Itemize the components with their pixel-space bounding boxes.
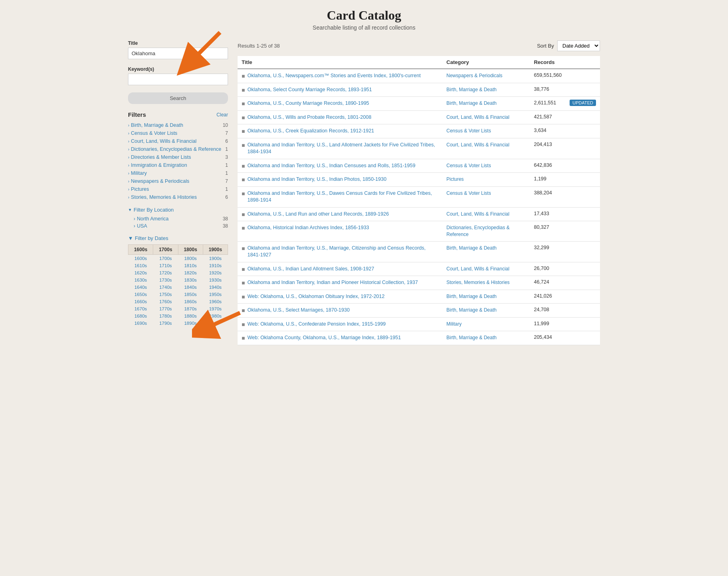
date-cell[interactable]: 1880s (178, 312, 203, 320)
record-link[interactable]: Oklahoma and Indian Territory, Indian an… (247, 279, 418, 286)
date-cell[interactable]: 1940s (203, 284, 228, 291)
date-cell[interactable]: 1640s (128, 284, 153, 291)
filter-item[interactable]: ›Census & Voter Lists7 (128, 129, 228, 137)
table-row: ■Oklahoma, U.S., County Marriage Records… (238, 97, 600, 111)
location-item[interactable]: ›North America38 (128, 215, 228, 222)
table-row: ■Oklahoma and Indian Territory, U.S., Ma… (238, 241, 600, 262)
date-cell[interactable]: 1620s (128, 269, 153, 276)
document-icon: ■ (242, 128, 245, 134)
date-cell[interactable]: 1610s (128, 262, 153, 269)
record-link[interactable]: Oklahoma and Indian Territory, U.S., Ind… (247, 176, 386, 183)
records-number: 38,776 (534, 86, 549, 92)
date-cell[interactable]: 1850s (178, 291, 203, 298)
date-cell[interactable]: 1840s (178, 284, 203, 291)
category-cell: Dictionaries, Encyclopedias & Reference (442, 221, 530, 242)
date-cell[interactable]: 1650s (128, 291, 153, 298)
date-cell[interactable]: 1790s (153, 320, 178, 327)
record-link[interactable]: Web: Oklahoma, U.S., Oklahoman Obituary … (247, 293, 384, 300)
category-text: Stories, Memories & Histories (446, 280, 510, 285)
date-cell[interactable]: 1900s (203, 255, 228, 262)
keywords-input[interactable] (128, 74, 228, 85)
table-row: ■Oklahoma, Historical Indian Archives In… (238, 221, 600, 242)
record-link[interactable]: Oklahoma, Select County Marriage Records… (247, 86, 372, 94)
document-icon: ■ (242, 225, 245, 231)
chevron-right-icon: › (134, 223, 135, 229)
document-icon: ■ (242, 321, 245, 328)
category-text: Census & Voter Lists (446, 163, 491, 168)
document-icon: ■ (242, 73, 245, 79)
record-link[interactable]: Oklahoma, U.S., Creek Equalization Recor… (247, 128, 374, 135)
filter-item[interactable]: ›Military1 (128, 169, 228, 177)
keywords-label: Keyword(s) (128, 66, 228, 72)
date-cell[interactable]: 1710s (153, 262, 178, 269)
filter-item[interactable]: ›Dictionaries, Encyclopedias & Reference… (128, 145, 228, 153)
date-cell[interactable]: 1970s (203, 305, 228, 312)
record-link[interactable]: Oklahoma and Indian Territory, U.S., Mar… (247, 245, 438, 259)
filter-item[interactable]: ›Newspapers & Periodicals7 (128, 177, 228, 185)
document-icon: ■ (242, 100, 245, 107)
date-cell[interactable]: 1600s (128, 255, 153, 262)
location-item[interactable]: ›USA38 (128, 222, 228, 230)
record-link[interactable]: Oklahoma, U.S., Select Marriages, 1870-1… (247, 307, 350, 314)
record-link[interactable]: Oklahoma, Historical Indian Archives Ind… (247, 224, 369, 232)
filter-location-section: ▼ Filter By Location ›North America38›US… (128, 207, 228, 230)
date-cell[interactable]: 1750s (153, 291, 178, 298)
date-cell[interactable]: 1770s (153, 305, 178, 312)
date-cell[interactable]: 1690s (128, 320, 153, 327)
date-cell[interactable]: 1740s (153, 284, 178, 291)
record-link[interactable]: Oklahoma, U.S., Wills and Probate Record… (247, 114, 371, 121)
record-link[interactable]: Oklahoma and Indian Territory, U.S., Lan… (247, 142, 438, 156)
date-cell[interactable]: 1980s (203, 312, 228, 320)
badge-cell (566, 110, 600, 124)
filter-item[interactable]: ›Directories & Member Lists3 (128, 153, 228, 161)
filter-item[interactable]: ›Pictures1 (128, 185, 228, 193)
table-row: ■Oklahoma and Indian Territory, U.S., In… (238, 173, 600, 187)
record-link[interactable]: Web: Oklahoma County, Oklahoma, U.S., Ma… (247, 334, 401, 342)
record-link[interactable]: Oklahoma, U.S., County Marriage Records,… (247, 100, 369, 107)
sort-select[interactable]: Date AddedTitleRecords (557, 40, 600, 51)
date-cell[interactable]: 1720s (153, 269, 178, 276)
record-link[interactable]: Oklahoma and Indian Territory, U.S., Ind… (247, 162, 415, 170)
search-button[interactable]: Search (128, 92, 228, 104)
date-cell[interactable]: 1680s (128, 312, 153, 320)
date-cell[interactable]: 1930s (203, 276, 228, 284)
date-cell[interactable]: 1800s (178, 255, 203, 262)
record-link[interactable]: Web: Oklahoma, U.S., Confederate Pension… (247, 321, 386, 328)
date-cell[interactable]: 1760s (153, 298, 178, 305)
title-input[interactable] (128, 48, 228, 59)
filter-item[interactable]: ›Birth, Marriage & Death10 (128, 121, 228, 129)
date-cell[interactable]: 1810s (178, 262, 203, 269)
clear-filters-link[interactable]: Clear (216, 112, 228, 118)
filter-dates-header[interactable]: ▼ Filter by Dates (128, 235, 228, 241)
filter-item[interactable]: ›Court, Land, Wills & Financial6 (128, 137, 228, 145)
filter-item[interactable]: ›Immigration & Emigration1 (128, 161, 228, 169)
date-cell[interactable]: 1910s (203, 262, 228, 269)
badge-cell (566, 276, 600, 290)
category-text: Birth, Marriage & Death (446, 294, 496, 299)
filter-location-header[interactable]: ▼ Filter By Location (128, 207, 228, 213)
record-link[interactable]: Oklahoma and Indian Territory, U.S., Daw… (247, 190, 438, 204)
date-cell[interactable]: 1860s (178, 298, 203, 305)
date-cell[interactable]: 1820s (178, 269, 203, 276)
date-cell[interactable]: 1670s (128, 305, 153, 312)
category-cell: Newspapers & Periodicals (442, 69, 530, 83)
record-link[interactable]: Oklahoma, U.S., Indian Land Allotment Sa… (247, 266, 374, 273)
record-link[interactable]: Oklahoma, U.S., Land Run and other Land … (247, 211, 389, 218)
location-count: 38 (223, 216, 228, 222)
date-cell[interactable]: 1890s (178, 320, 203, 327)
record-link[interactable]: Oklahoma, U.S., Newspapers.com™ Stories … (247, 72, 420, 80)
date-cell[interactable]: 1730s (153, 276, 178, 284)
date-cell[interactable]: 1780s (153, 312, 178, 320)
date-cell[interactable]: 1660s (128, 298, 153, 305)
date-cell[interactable]: 1630s (128, 276, 153, 284)
date-cell[interactable]: 1950s (203, 291, 228, 298)
date-cell[interactable]: 1920s (203, 269, 228, 276)
category-cell: Birth, Marriage & Death (442, 331, 530, 345)
badge-cell (566, 290, 600, 304)
date-cell[interactable]: 1830s (178, 276, 203, 284)
records-number: 1,199 (534, 176, 546, 182)
date-cell[interactable]: 1700s (153, 255, 178, 262)
filter-item[interactable]: ›Stories, Memories & Histories6 (128, 193, 228, 201)
date-cell[interactable]: 1870s (178, 305, 203, 312)
date-cell[interactable]: 1960s (203, 298, 228, 305)
